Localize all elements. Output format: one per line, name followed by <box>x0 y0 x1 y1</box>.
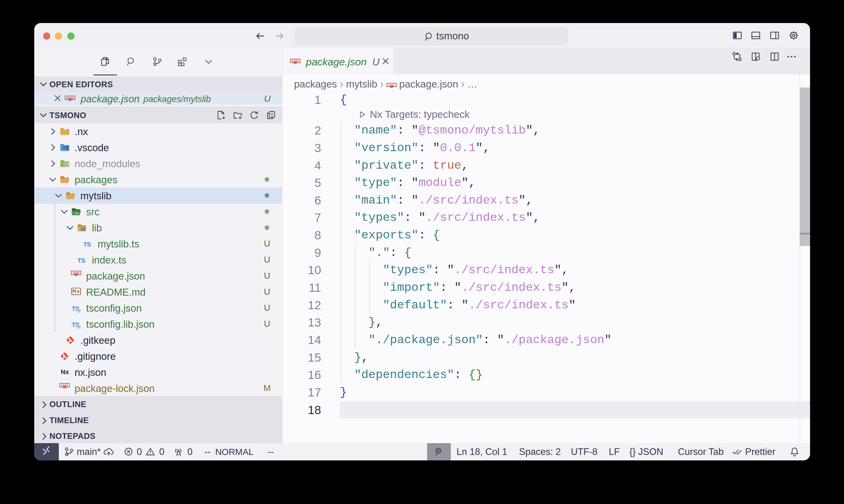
svg-text:npm: npm <box>73 271 80 275</box>
svg-text:Nx: Nx <box>61 368 69 375</box>
svg-text:TS: TS <box>77 257 86 264</box>
svg-text:</>: </> <box>74 211 79 215</box>
svg-text:npm: npm <box>292 59 299 63</box>
svg-text:npm: npm <box>67 96 73 100</box>
svg-text:npm: npm <box>61 384 68 387</box>
svg-text:TS: TS <box>83 241 91 248</box>
svg-text:npm: npm <box>389 84 394 87</box>
svg-text:JS: JS <box>65 163 69 166</box>
